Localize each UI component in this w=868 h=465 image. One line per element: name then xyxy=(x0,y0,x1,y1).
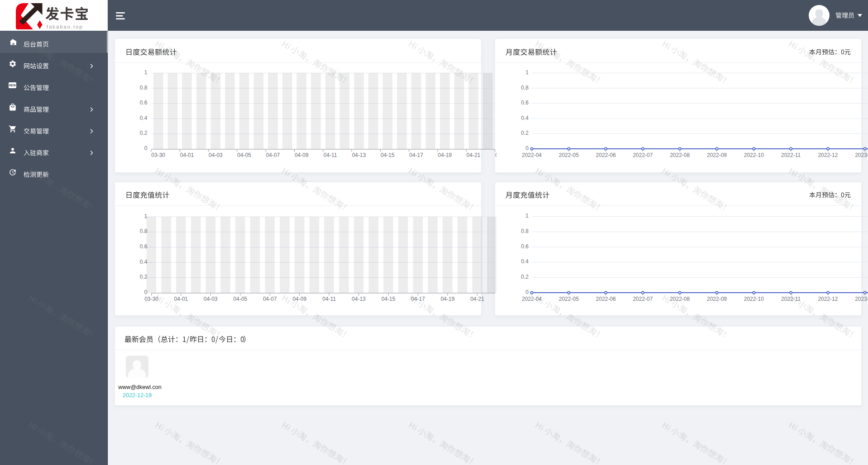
svg-text:04-19: 04-19 xyxy=(438,152,452,158)
svg-text:04-19: 04-19 xyxy=(441,296,455,302)
svg-text:0.2: 0.2 xyxy=(521,274,529,280)
svg-text:04-03: 04-03 xyxy=(204,296,218,302)
svg-text:2022-05: 2022-05 xyxy=(559,296,579,302)
svg-text:2022-08: 2022-08 xyxy=(670,152,690,158)
svg-text:2023-01: 2023-01 xyxy=(855,152,868,158)
svg-text:0.4: 0.4 xyxy=(521,115,529,121)
svg-text:0.4: 0.4 xyxy=(140,115,148,121)
svg-text:2022-04: 2022-04 xyxy=(522,152,542,158)
svg-text:04-23: 04-23 xyxy=(495,152,496,158)
svg-text:2022-04: 2022-04 xyxy=(522,296,542,302)
svg-text:2022-06: 2022-06 xyxy=(596,152,616,158)
svg-text:2022-07: 2022-07 xyxy=(633,296,653,302)
svg-text:0: 0 xyxy=(525,289,529,295)
svg-text:2022-06: 2022-06 xyxy=(596,296,616,302)
svg-text:2022-10: 2022-10 xyxy=(744,152,764,158)
svg-text:2022-07: 2022-07 xyxy=(633,152,653,158)
svg-text:04-03: 04-03 xyxy=(209,152,223,158)
svg-text:0.2: 0.2 xyxy=(521,130,529,136)
svg-text:0.6: 0.6 xyxy=(140,243,148,250)
svg-text:03-30: 03-30 xyxy=(144,296,158,302)
svg-text:0.8: 0.8 xyxy=(140,85,148,91)
svg-text:2022-08: 2022-08 xyxy=(670,296,690,302)
svg-text:04-09: 04-09 xyxy=(292,296,306,302)
svg-text:04-05: 04-05 xyxy=(234,296,248,302)
svg-text:1: 1 xyxy=(525,69,529,76)
svg-text:0.2: 0.2 xyxy=(140,130,148,136)
svg-text:04-21: 04-21 xyxy=(470,296,484,302)
svg-text:2022-09: 2022-09 xyxy=(707,152,727,158)
svg-text:04-01: 04-01 xyxy=(180,152,194,158)
svg-text:04-01: 04-01 xyxy=(174,296,188,302)
svg-text:0.8: 0.8 xyxy=(521,85,529,91)
svg-text:04-17: 04-17 xyxy=(411,296,425,302)
svg-text:2022-11: 2022-11 xyxy=(781,296,801,302)
svg-text:2022-11: 2022-11 xyxy=(781,152,801,158)
svg-text:1: 1 xyxy=(144,213,148,219)
svg-text:04-15: 04-15 xyxy=(382,296,396,302)
svg-text:0.4: 0.4 xyxy=(140,259,148,265)
svg-text:0.4: 0.4 xyxy=(521,258,529,265)
svg-text:0.6: 0.6 xyxy=(521,100,529,106)
svg-text:04-17: 04-17 xyxy=(409,152,423,158)
svg-text:04-13: 04-13 xyxy=(352,296,366,302)
svg-text:04-15: 04-15 xyxy=(381,152,395,158)
svg-text:04-09: 04-09 xyxy=(295,152,309,158)
svg-text:04-21: 04-21 xyxy=(467,152,481,158)
svg-text:03-30: 03-30 xyxy=(151,152,165,158)
svg-text:04-07: 04-07 xyxy=(266,152,280,158)
svg-text:04-13: 04-13 xyxy=(352,152,366,158)
svg-text:0: 0 xyxy=(144,289,148,295)
svg-text:2022-05: 2022-05 xyxy=(559,152,579,158)
svg-text:2023-01: 2023-01 xyxy=(855,296,868,302)
svg-text:0: 0 xyxy=(144,145,148,152)
svg-text:0.6: 0.6 xyxy=(140,100,148,106)
svg-text:2022-09: 2022-09 xyxy=(707,296,727,302)
svg-text:1: 1 xyxy=(525,213,529,219)
svg-text:2022-12: 2022-12 xyxy=(818,152,838,158)
svg-text:0: 0 xyxy=(525,145,529,152)
svg-text:04-11: 04-11 xyxy=(324,152,337,158)
svg-text:0.8: 0.8 xyxy=(521,228,529,234)
svg-text:04-07: 04-07 xyxy=(263,296,277,302)
svg-text:2022-10: 2022-10 xyxy=(744,296,764,302)
svg-text:04-05: 04-05 xyxy=(237,152,251,158)
svg-text:04-11: 04-11 xyxy=(322,296,336,302)
svg-text:1: 1 xyxy=(144,69,148,76)
svg-text:0.2: 0.2 xyxy=(140,274,148,280)
svg-text:2022-12: 2022-12 xyxy=(818,296,838,302)
svg-text:0.6: 0.6 xyxy=(521,243,529,250)
svg-text:0.8: 0.8 xyxy=(140,228,148,234)
